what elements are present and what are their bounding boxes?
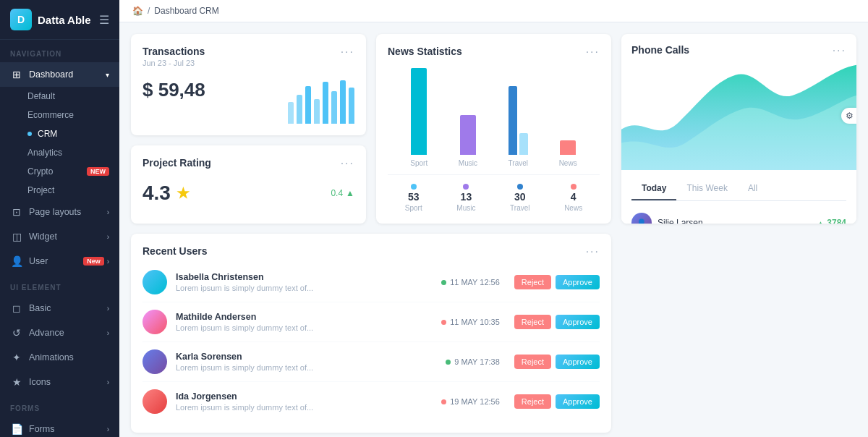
- news-title: News Statistics: [388, 46, 462, 57]
- chevron-right-icon: ›: [107, 329, 109, 337]
- rating-change: 0.4 ▲: [331, 188, 354, 198]
- main-content: 🏠 / Dashboard CRM Transactions Jun 23 - …: [119, 0, 868, 437]
- sidebar-item-animations[interactable]: ✦ Animations: [0, 345, 119, 370]
- sidebar-item-project[interactable]: Project: [20, 181, 119, 200]
- user-name: Karla Sorensen: [176, 352, 431, 362]
- breadcrumb-separator: /: [148, 6, 150, 16]
- news-travel-bars: [509, 86, 528, 155]
- time-dot: [441, 280, 446, 285]
- phone-menu[interactable]: ···: [833, 44, 846, 57]
- approve-button[interactable]: Approve: [556, 275, 600, 289]
- trend-up-icon: ▲: [817, 219, 824, 224]
- news-news-group: News: [559, 140, 577, 167]
- tab-all[interactable]: All: [738, 177, 767, 200]
- sidebar-header: D Datta Able ☰: [0, 0, 119, 40]
- user-name: Isabella Christensen: [176, 272, 427, 282]
- music-bar: [460, 115, 476, 155]
- approve-button[interactable]: Approve: [556, 355, 600, 369]
- settings-button[interactable]: ⚙: [841, 108, 856, 124]
- dashboard-submenu: Default Ecommerce CRM Analytics Crypto N…: [0, 87, 119, 200]
- approve-button[interactable]: Approve: [556, 394, 600, 409]
- sidebar-toggle[interactable]: ☰: [99, 13, 109, 27]
- users-header: Recent Users ···: [142, 245, 600, 258]
- news-menu[interactable]: ···: [586, 46, 600, 59]
- travel-dot: [517, 184, 523, 190]
- sidebar-item-crm[interactable]: CRM: [20, 124, 119, 143]
- project-rating-card: Project Rating ··· 4.3 ★ 0.4 ▲: [131, 145, 366, 224]
- transactions-menu[interactable]: ···: [341, 46, 354, 59]
- reject-button[interactable]: Reject: [514, 275, 551, 289]
- news-sport-bars: [411, 68, 427, 155]
- sidebar: D Datta Able ☰ Navigation ⊞ Dashboard ▾ …: [0, 0, 119, 437]
- active-dot: [27, 132, 32, 136]
- sidebar-item-advance[interactable]: ↺ Advance ›: [0, 321, 119, 345]
- music-lbl: Music: [456, 204, 475, 212]
- phone-calls-card: Phone Calls ··· ⚙: [621, 34, 856, 224]
- bar-8: [349, 88, 354, 124]
- users-menu[interactable]: ···: [586, 245, 600, 258]
- nav-section-label: Navigation: [0, 40, 119, 62]
- user-info: Ida Jorgensen Lorem ipsum is simply dumm…: [176, 391, 427, 412]
- avatar: [142, 270, 167, 294]
- sidebar-item-dashboard[interactable]: ⊞ Dashboard ▾: [0, 62, 119, 87]
- sport-label: Sport: [410, 159, 427, 167]
- user-info: Karla Sorensen Lorem ipsum is simply dum…: [176, 352, 431, 372]
- sidebar-item-default[interactable]: Default: [20, 87, 119, 106]
- reject-button[interactable]: Reject: [514, 355, 551, 369]
- recent-users-card: Recent Users ··· Isabella Christensen Lo…: [131, 234, 611, 433]
- travel-bar2: [519, 133, 528, 155]
- approve-button[interactable]: Approve: [556, 315, 600, 329]
- caller-1: 👤 Silje Larsen ▲ 3784: [631, 208, 846, 224]
- time-dot: [441, 320, 446, 325]
- tab-this-week[interactable]: This Week: [676, 177, 737, 200]
- sidebar-item-page-layouts[interactable]: ⊡ Page layouts ›: [0, 200, 119, 224]
- ui-section-label: UI Element: [0, 273, 119, 296]
- sidebar-item-icons[interactable]: ★ Icons ›: [0, 370, 119, 394]
- app-logo: D: [10, 9, 32, 30]
- transactions-subtitle: Jun 23 - Jul 23: [142, 59, 205, 67]
- chevron-right-icon: ›: [107, 378, 109, 386]
- stat-travel: 30 Travel: [510, 184, 529, 212]
- sidebar-item-widget[interactable]: ◫ Widget ›: [0, 224, 119, 249]
- bar-1: [288, 102, 294, 124]
- phone-wave-chart: [621, 61, 856, 170]
- reject-button[interactable]: Reject: [514, 315, 551, 329]
- chevron-right-icon: ›: [107, 425, 109, 433]
- user-time: 11 MAY 12:56: [441, 278, 500, 287]
- transactions-card: Transactions Jun 23 - Jul 23 ··· $ 59,48: [131, 34, 366, 135]
- news-music-group: Music: [459, 115, 477, 167]
- user-name: Ida Jorgensen: [176, 391, 427, 402]
- app-name: Datta Able: [38, 14, 91, 26]
- user-name: Mathilde Andersen: [176, 312, 427, 322]
- sidebar-item-user[interactable]: 👤 User New ›: [0, 249, 119, 273]
- sidebar-item-basic[interactable]: ◻ Basic ›: [0, 296, 119, 321]
- bar-7: [340, 80, 346, 124]
- sport-bar: [411, 68, 427, 155]
- chevron-right-icon: ›: [107, 305, 109, 313]
- bar-5: [323, 82, 328, 124]
- phone-title: Phone Calls: [631, 44, 689, 56]
- caller-1-name: Silje Larsen: [658, 218, 817, 224]
- chevron-right-icon: ›: [107, 258, 109, 266]
- phone-chart-container: ⚙: [621, 61, 856, 170]
- reject-button[interactable]: Reject: [514, 394, 551, 409]
- dashboard-icon: ⊞: [10, 68, 23, 81]
- rating-menu[interactable]: ···: [341, 157, 354, 170]
- music-dot: [463, 184, 469, 190]
- rating-row: 4.3 ★ 0.4 ▲: [142, 182, 354, 205]
- news-travel-group: Travel: [509, 86, 528, 167]
- animations-icon: ✦: [10, 351, 23, 364]
- sidebar-item-forms[interactable]: 📄 Forms ›: [0, 417, 119, 437]
- table-row: Karla Sorensen Lorem ipsum is simply dum…: [142, 342, 600, 382]
- sport-dot: [411, 184, 417, 190]
- user-text: Lorem ipsum is simply dummy text of...: [176, 403, 427, 412]
- sidebar-item-analytics[interactable]: Analytics: [20, 143, 119, 162]
- tab-today[interactable]: Today: [631, 177, 676, 200]
- user-time: 9 MAY 17:38: [446, 357, 500, 366]
- sidebar-item-ecommerce[interactable]: Ecommerce: [20, 106, 119, 124]
- user-actions: Reject Approve: [514, 315, 600, 329]
- sidebar-item-crypto[interactable]: Crypto NEW: [20, 162, 119, 181]
- breadcrumb: Dashboard CRM: [154, 6, 218, 16]
- home-icon: 🏠: [132, 6, 143, 16]
- advance-icon: ↺: [10, 326, 23, 339]
